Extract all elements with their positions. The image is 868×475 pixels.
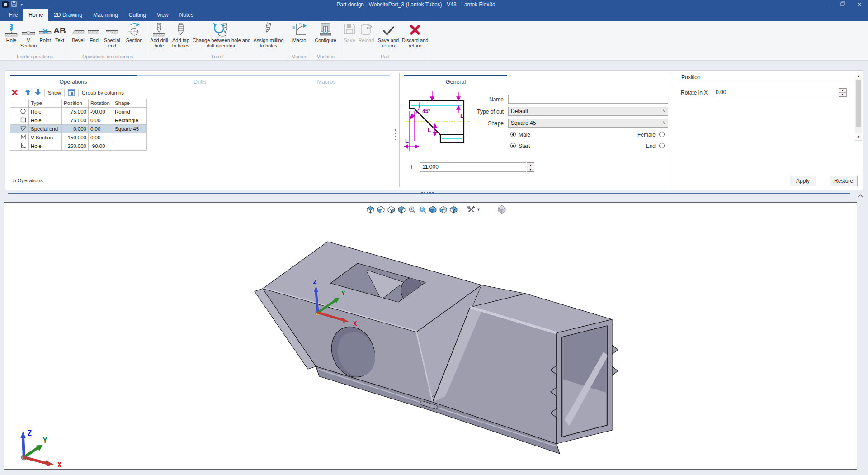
- delete-operation-icon[interactable]: [12, 90, 18, 96]
- tab-file[interactable]: File: [4, 10, 23, 21]
- v-section-button[interactable]: V Section: [19, 21, 38, 48]
- close-button[interactable]: ✕: [857, 1, 862, 8]
- change-hole-drill-icon: [212, 21, 231, 38]
- svg-text:Y: Y: [341, 290, 345, 297]
- type-of-cut-select[interactable]: Default˅: [508, 107, 668, 116]
- restore-button[interactable]: [840, 1, 845, 8]
- group-label-part: Part: [342, 54, 429, 60]
- start-radio[interactable]: [510, 143, 516, 148]
- end-radio[interactable]: [659, 143, 665, 148]
- ribbon-group-inside-operations: Hole V Section Point AB Text Inside oper…: [2, 21, 68, 60]
- bevel-button[interactable]: Bevel: [70, 21, 87, 43]
- restore-button-panel[interactable]: Restore: [830, 176, 858, 186]
- macro-button[interactable]: AB Macro: [289, 21, 309, 43]
- name-input[interactable]: [508, 95, 668, 104]
- col-position[interactable]: Position: [62, 99, 89, 108]
- scrollbar-thumb[interactable]: [856, 80, 861, 127]
- minimize-button[interactable]: —: [823, 1, 829, 8]
- collapse-panel-icon[interactable]: [857, 192, 863, 200]
- window-title: Part design - WebsitePart_3 (Lantek Tube…: [32, 1, 800, 8]
- add-tap-to-holes-button[interactable]: Add tap to holes: [170, 21, 192, 48]
- app-icon[interactable]: [2, 1, 9, 8]
- tab-view[interactable]: View: [151, 10, 174, 21]
- general-panel: General 45º L L: [399, 73, 672, 187]
- l-dimension-input[interactable]: 11.000: [420, 162, 526, 172]
- male-radio[interactable]: [510, 132, 516, 137]
- tab-cutting[interactable]: Cutting: [123, 10, 151, 21]
- tab-home[interactable]: Home: [23, 10, 48, 21]
- panel-scrollbar[interactable]: ▲ ▼: [855, 72, 862, 141]
- qat-dropdown-icon[interactable]: ▼: [20, 3, 24, 7]
- save-return-icon: [381, 21, 396, 38]
- text-button[interactable]: AB Text: [53, 21, 66, 43]
- tab-2d-drawing[interactable]: 2D Drawing: [48, 10, 88, 21]
- table-row[interactable]: Hole 75.000 -90.00 Round: [10, 108, 147, 116]
- bevel-icon: [71, 21, 86, 38]
- configure-icon: [317, 21, 334, 38]
- tab-operations[interactable]: Operations: [10, 75, 137, 85]
- chevron-down-icon: ˅: [663, 120, 665, 125]
- apply-button[interactable]: Apply: [790, 176, 816, 186]
- save-and-return-button[interactable]: Save and return: [375, 21, 401, 48]
- group-label-inside-operations: Inside operations: [3, 54, 66, 60]
- end-label: End: [619, 143, 656, 149]
- name-label: Name: [467, 96, 504, 103]
- table-row[interactable]: Hole 250.000 -90.00: [10, 142, 147, 151]
- tab-drills[interactable]: Drills: [137, 75, 263, 85]
- col-type[interactable]: Type: [29, 99, 62, 108]
- rotate-in-x-label: Rotate in X: [681, 90, 710, 96]
- group-label-operations-on-extremes: Operations on extremes: [70, 54, 146, 60]
- l-dimension-spinner[interactable]: ▲▼: [527, 162, 534, 172]
- table-row[interactable]: V Section 150.000 0.00: [10, 133, 147, 142]
- hole-button[interactable]: Hole: [3, 21, 19, 43]
- point-button[interactable]: Point: [38, 21, 53, 43]
- vertical-splitter-handle[interactable]: [394, 129, 396, 147]
- table-row[interactable]: Hole 75.000 0.00 Rectangle: [10, 116, 147, 125]
- end-button[interactable]: End: [87, 21, 101, 43]
- tab-general[interactable]: General: [404, 79, 507, 85]
- position-title: Position: [681, 74, 701, 81]
- reload-icon: [359, 21, 373, 38]
- special-end-button[interactable]: Special end: [101, 21, 123, 48]
- add-drill-hole-button[interactable]: Add drill hole: [149, 21, 170, 48]
- assign-milling-icon: [262, 21, 275, 38]
- table-row-selected[interactable]: Special end 0.000 0.00 Square 45: [10, 125, 147, 133]
- tab-machining[interactable]: Machining: [88, 10, 123, 21]
- configure-button[interactable]: Configure: [312, 21, 339, 43]
- tab-notes[interactable]: Notes: [174, 10, 199, 21]
- part-3d-model[interactable]: Z Y X: [4, 203, 858, 470]
- svg-text:L: L: [428, 127, 431, 133]
- columns-window-icon[interactable]: [68, 89, 75, 97]
- col-shape[interactable]: Shape: [113, 99, 147, 108]
- rotate-in-x-input[interactable]: 0.00: [713, 88, 847, 97]
- view-orientation-axes: Z Y X: [9, 428, 68, 468]
- text-icon: AB: [52, 21, 67, 38]
- scroll-down-icon[interactable]: ▼: [855, 133, 862, 140]
- tab-macros[interactable]: Macros: [263, 75, 390, 85]
- rotate-in-x-spinner[interactable]: ▲▼: [839, 88, 846, 97]
- parameters-area: Operations Drills Macros Show Group by c…: [5, 70, 863, 190]
- col-rotation[interactable]: Rotation: [89, 99, 113, 108]
- group-by-columns-button[interactable]: Group by columns: [82, 90, 124, 95]
- female-radio[interactable]: [659, 132, 665, 137]
- scroll-up-icon[interactable]: ▲: [855, 72, 862, 79]
- special-end-row-icon: [18, 125, 29, 133]
- section-button[interactable]: Section: [123, 21, 146, 43]
- viewport-3d[interactable]: ▼: [4, 202, 857, 470]
- save-button: Save: [342, 21, 357, 43]
- ribbon-group-operations-on-extremes: Bevel End Special end Section Operations…: [68, 21, 147, 60]
- move-up-icon[interactable]: [24, 89, 31, 97]
- assign-milling-button[interactable]: Assign milling to holes: [251, 21, 286, 48]
- show-button[interactable]: Show: [48, 90, 61, 95]
- operations-panel: Operations Drills Macros Show Group by c…: [8, 73, 392, 187]
- quick-save-icon[interactable]: [11, 0, 17, 9]
- discard-and-return-button[interactable]: Discard and return: [401, 21, 429, 48]
- horizontal-splitter-handle[interactable]: [421, 192, 434, 194]
- l-dimension-label: L: [408, 164, 414, 171]
- macro-icon: AB: [292, 21, 307, 38]
- svg-text:45º: 45º: [422, 108, 430, 114]
- ribbon-group-machine: Configure Machine: [311, 21, 340, 60]
- shape-select[interactable]: Square 45˅: [508, 119, 668, 128]
- move-down-icon[interactable]: [34, 89, 41, 97]
- change-hole-drill-button[interactable]: Change between hole and drill operation: [192, 21, 251, 48]
